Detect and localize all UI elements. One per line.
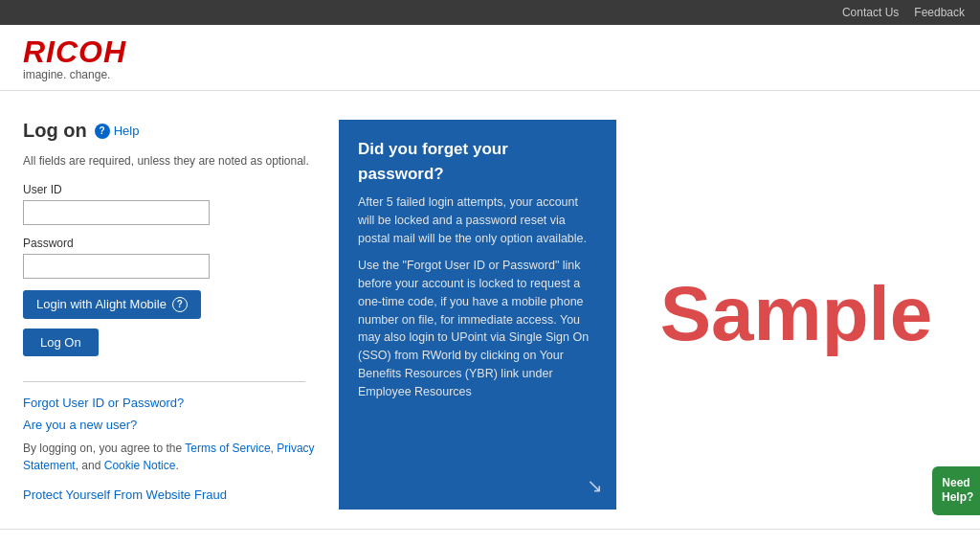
agreement-text-4: .: [175, 459, 178, 472]
userid-group: User ID: [23, 183, 320, 225]
form-note: All fields are required, unless they are…: [23, 153, 320, 170]
login-title: Log on: [23, 120, 87, 142]
login-title-row: Log on ? Help: [23, 120, 320, 142]
top-bar-feedback[interactable]: Feedback: [914, 6, 965, 19]
info-box-para1: After 5 failed login attempts, your acco…: [358, 193, 597, 247]
log-on-button[interactable]: Log On: [23, 329, 99, 356]
cookie-notice-link[interactable]: Cookie Notice: [104, 459, 176, 472]
info-box-title: Did you forget your password?: [358, 137, 597, 186]
terms-of-service-link[interactable]: Terms of Service: [185, 442, 270, 455]
password-input[interactable]: [23, 254, 210, 279]
main-content: Log on ? Help All fields are required, u…: [0, 91, 980, 529]
help-label: Help: [114, 124, 140, 138]
agreement-text: By logging on, you agree to the Terms of…: [23, 440, 320, 474]
help-icon: ?: [95, 124, 110, 139]
userid-label: User ID: [23, 183, 320, 196]
fraud-link[interactable]: Protect Yourself From Website Fraud: [23, 487, 320, 502]
info-box: Did you forget your password? After 5 fa…: [339, 120, 616, 510]
password-label: Password: [23, 237, 320, 250]
userid-input[interactable]: [23, 200, 210, 225]
alight-mobile-help-icon: ?: [172, 297, 188, 312]
header: RICOH imagine. change.: [0, 25, 980, 91]
info-box-arrow-icon: ↘: [587, 471, 603, 500]
divider: [23, 381, 305, 382]
ricoh-logo: RICOH imagine. change.: [23, 36, 957, 80]
ricoh-logo-text: RICOH: [23, 36, 957, 67]
info-box-para2: Use the "Forgot User ID or Password" lin…: [358, 257, 597, 400]
need-help-button[interactable]: Need Help?: [932, 466, 980, 515]
new-user-link[interactable]: Are you a new user?: [23, 418, 320, 432]
forgot-link[interactable]: Forgot User ID or Password?: [23, 396, 320, 410]
ricoh-tagline: imagine. change.: [23, 69, 957, 80]
login-alight-mobile-button[interactable]: Login with Alight Mobile ?: [23, 290, 201, 319]
help-link[interactable]: ? Help: [95, 124, 140, 139]
top-bar: Contact Us Feedback: [0, 0, 980, 25]
agreement-text-1: By logging on, you agree to the: [23, 442, 185, 455]
password-group: Password: [23, 237, 320, 279]
agreement-text-3: , and: [76, 459, 104, 472]
top-bar-contact-us[interactable]: Contact Us: [842, 6, 899, 19]
footer: Powered by Alight Legal Information Priv…: [0, 529, 980, 544]
sample-area: Sample: [635, 120, 957, 510]
btn-alight-mobile-label: Login with Alight Mobile: [36, 297, 167, 311]
login-panel: Log on ? Help All fields are required, u…: [23, 120, 320, 510]
sample-watermark: Sample: [660, 270, 933, 358]
